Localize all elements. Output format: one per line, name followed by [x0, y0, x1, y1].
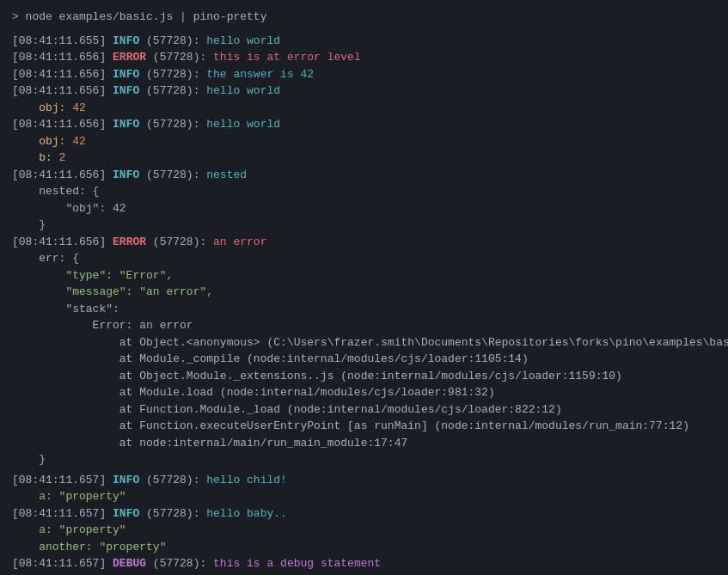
log-line: "obj": 42 [12, 200, 716, 217]
terminal: > node examples/basic.js | pino-pretty[0… [12, 9, 716, 575]
log-line: obj: 42 [12, 100, 716, 117]
log-line: } [12, 217, 716, 234]
log-line: > node examples/basic.js | pino-pretty [12, 9, 716, 26]
log-line: [08:41:11.657] INFO (57728): hello child… [12, 472, 716, 489]
log-line: at Module._compile (node:internal/module… [12, 351, 716, 368]
log-line: [08:41:11.656] INFO (57728): the answer … [12, 66, 716, 83]
log-line: at Object.<anonymous> (C:\Users\frazer.s… [12, 334, 716, 352]
log-line: at Object.Module._extensions..js (node:i… [12, 368, 716, 385]
log-line: Error: an error [12, 317, 716, 334]
log-line: at Function.executeUserEntryPoint [as ru… [12, 418, 716, 435]
log-line: [08:41:11.656] INFO (57728): nested [12, 167, 716, 184]
log-line: a: "property" [12, 488, 716, 505]
log-line: [08:41:11.656] INFO (57728): hello world [12, 83, 716, 100]
log-line: [08:41:11.657] DEBUG (57728): this is a … [12, 555, 716, 572]
log-line: [08:41:11.656] ERROR (57728): this is at… [12, 49, 716, 66]
log-line: a: "property" [12, 522, 716, 539]
log-line: at Module.load (node:internal/modules/cj… [12, 384, 716, 401]
log-line: at node:internal/main/run_main_module:17… [12, 435, 716, 452]
log-line: another: "property" [12, 539, 716, 556]
log-line: b: 2 [12, 150, 716, 167]
log-line: obj: 42 [12, 133, 716, 150]
log-line: } [12, 451, 716, 468]
log-line: nested: { [12, 183, 716, 200]
log-line: [08:41:11.657] DEBUG (57728): this is a … [12, 572, 716, 576]
log-line: "type": "Error", [12, 267, 716, 284]
log-line: [08:41:11.657] INFO (57728): hello baby.… [12, 505, 716, 523]
log-line: [08:41:11.655] INFO (57728): hello world [12, 33, 716, 50]
log-line: err: { [12, 250, 716, 267]
log-line: "stack": [12, 301, 716, 318]
log-line: [08:41:11.656] ERROR (57728): an error [12, 234, 716, 251]
log-line: "message": "an error", [12, 284, 716, 301]
log-line: [08:41:11.656] INFO (57728): hello world [12, 116, 716, 133]
log-line: at Function.Module._load (node:internal/… [12, 401, 716, 419]
